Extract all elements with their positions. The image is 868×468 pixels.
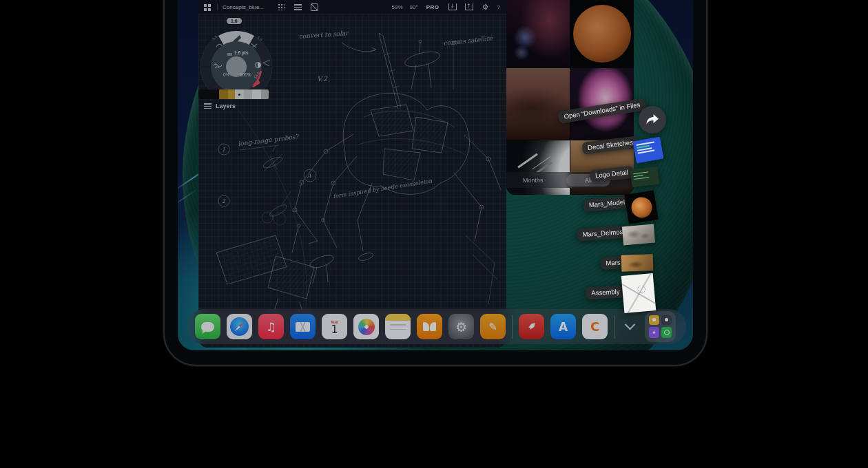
drag-label-assembly[interactable]: Assembly [586,286,626,300]
drag-label-decal-sketches[interactable]: Decal Sketches [581,136,639,155]
forward-arrow-icon [645,114,659,126]
drag-drop-layer: Open “Downloads” in Files Decal Sketches… [0,0,868,468]
drag-thumb-logo-detail[interactable] [630,167,660,188]
drag-thumb-mars-deimos[interactable] [622,224,655,246]
drag-thumb-mars[interactable] [621,254,654,272]
drop-hint-open-downloads[interactable]: Open “Downloads” in Files [557,98,646,124]
drag-thumb-mars-model[interactable] [624,190,658,224]
drag-thumb-assembly[interactable] [621,273,657,313]
drag-thumb-decal-sketches[interactable] [633,137,664,163]
drag-label-logo-detail[interactable]: Logo Detail [589,166,634,183]
drag-label-mars-model[interactable]: Mars_Model [583,195,631,212]
drag-label-mars-deimos[interactable]: Mars_Deimos [577,225,629,241]
share-forward-button[interactable] [639,106,666,134]
